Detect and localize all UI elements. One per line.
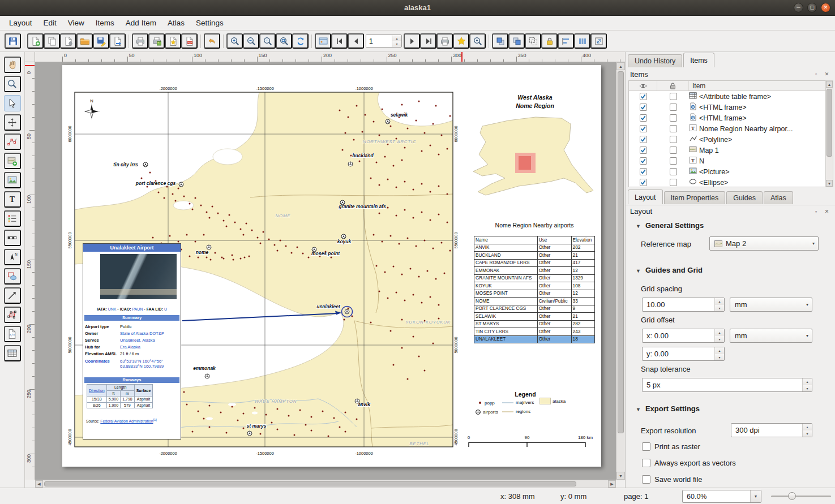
tab-items[interactable]: Items <box>683 53 714 67</box>
add-scalebar-tool[interactable] <box>4 230 21 246</box>
pan-layout-tool[interactable] <box>4 57 21 73</box>
layout-panel-close-icon[interactable]: ✕ <box>823 208 830 215</box>
edit-nodes-item-tool[interactable] <box>4 133 21 150</box>
lock-checkbox[interactable] <box>670 114 677 122</box>
open-layout-button[interactable] <box>76 33 93 49</box>
visibility-checkbox[interactable] <box>640 93 647 100</box>
zoom-slider-handle[interactable] <box>788 492 796 500</box>
hscroll-thumb[interactable] <box>44 481 576 486</box>
visibility-checkbox[interactable] <box>640 168 647 175</box>
undo-button[interactable] <box>204 33 220 49</box>
zoom-in-button[interactable] <box>226 33 243 49</box>
minimize-button[interactable]: ─ <box>794 3 803 12</box>
spin-down[interactable]: ▾ <box>715 336 724 343</box>
items-panel-close-icon[interactable]: ✕ <box>823 71 830 78</box>
zoom-full-button[interactable] <box>276 33 292 49</box>
canvas-vertical-scrollbar[interactable]: ▲ ▼ <box>616 62 625 480</box>
reference-map-combo[interactable]: Map 2 ▾ <box>709 236 819 251</box>
preview-atlas-button[interactable] <box>315 33 331 49</box>
visibility-checkbox[interactable] <box>640 147 647 154</box>
snap-tolerance-spinbox[interactable]: 5 px ▴▾ <box>642 378 812 392</box>
group-items-button[interactable] <box>525 33 541 49</box>
first-feature-button[interactable] <box>331 33 348 49</box>
print-atlas-button[interactable] <box>436 33 453 49</box>
refresh-view-button[interactable] <box>292 33 309 49</box>
lock-checkbox[interactable] <box>670 125 677 132</box>
grid-spacing-unit-combo[interactable]: mm▾ <box>730 298 812 312</box>
lock-checkbox[interactable] <box>670 136 677 143</box>
atlas-page-input[interactable] <box>366 35 391 47</box>
layout-panel-float-icon[interactable]: ▫ <box>812 208 820 215</box>
export-as-svg-button[interactable] <box>165 33 181 49</box>
items-list-row[interactable]: TN <box>629 156 832 166</box>
spin-down[interactable]: ▾ <box>715 305 724 312</box>
export-resolution-spinbox[interactable]: 300 dpi ▴▾ <box>731 423 812 437</box>
items-list-row[interactable]: Map 1 <box>629 145 832 156</box>
load-from-template-button[interactable] <box>109 33 126 49</box>
menu-edit[interactable]: Edit <box>38 16 62 29</box>
visibility-checkbox[interactable] <box>640 157 647 165</box>
visibility-checkbox[interactable] <box>640 136 647 143</box>
lock-checkbox[interactable] <box>670 104 677 111</box>
lock-checkbox[interactable] <box>670 157 677 165</box>
grid-offset-y-spinbox[interactable]: y: 0.00 ▴▾ <box>642 347 725 361</box>
atlas-settings-button[interactable] <box>469 33 486 49</box>
items-list-row[interactable]: <Polyline> <box>629 134 832 145</box>
checkbox-box[interactable] <box>642 475 650 484</box>
print-button[interactable] <box>132 33 148 49</box>
move-item-content-tool[interactable] <box>4 114 21 131</box>
duplicate-layout-button[interactable] <box>44 33 60 49</box>
zoom-slider[interactable] <box>771 492 831 501</box>
select-move-item-tool[interactable] <box>4 95 21 111</box>
visibility-checkbox[interactable] <box>640 125 647 132</box>
resize-items-button[interactable] <box>590 33 607 49</box>
raise-selected-items-button[interactable] <box>492 33 508 49</box>
visibility-checkbox[interactable] <box>640 104 647 111</box>
close-button[interactable]: ✕ <box>821 3 830 12</box>
layout-manager-button[interactable] <box>60 33 76 49</box>
align-selected-items-button[interactable] <box>558 33 574 49</box>
lock-checkbox[interactable] <box>670 168 677 175</box>
items-list-row[interactable]: <Attribute table frame> <box>629 91 832 102</box>
lock-checkbox[interactable] <box>670 179 677 186</box>
zoom-level-combo[interactable]: 60.0% ▾ <box>682 490 761 503</box>
items-list-row[interactable]: <Picture> <box>629 166 832 177</box>
add-map-tool[interactable] <box>4 153 21 169</box>
checkbox-save-world-file[interactable]: Save world file <box>642 475 703 484</box>
distribute-items-button[interactable] <box>574 33 590 49</box>
items-list-row[interactable]: <HTML frame> <box>629 113 832 123</box>
save-as-template-button[interactable] <box>93 33 109 49</box>
add-north-arrow-tool[interactable]: N <box>4 249 21 265</box>
grid-spacing-spinbox[interactable]: 10.00 ▴▾ <box>642 298 725 312</box>
add-legend-tool[interactable] <box>4 210 21 227</box>
items-list-row[interactable]: <HTML frame> <box>629 102 832 113</box>
items-scrollbar[interactable]: ▲ ▼ <box>825 80 833 187</box>
spin-down[interactable]: ▾ <box>803 385 812 392</box>
zoom-actual-button[interactable]: 1:1 <box>259 33 276 49</box>
layout-page[interactable]: NORTHWEST ARCTICNOMEYUKON-KOYUKUKWADE HA… <box>62 65 601 467</box>
spin-up[interactable]: ▴ <box>715 329 724 336</box>
vscroll-thumb[interactable] <box>618 71 624 433</box>
grid-offset-unit-combo[interactable]: mm▾ <box>730 329 812 343</box>
tab-atlas[interactable]: Atlas <box>764 191 793 204</box>
spin-up[interactable]: ▴ <box>803 378 812 385</box>
items-list-row[interactable]: TNome Region Nearby airpor... <box>629 123 832 134</box>
menu-layout[interactable]: Layout <box>3 16 38 29</box>
add-attribute-table-tool[interactable] <box>4 345 21 361</box>
items-list-row[interactable]: <Ellipse> <box>629 177 832 187</box>
add-picture-tool[interactable] <box>4 172 21 188</box>
layout-canvas[interactable]: NORTHWEST ARCTICNOMEYUKON-KOYUKUKWADE HA… <box>35 62 616 480</box>
menu-items[interactable]: Items <box>90 16 120 29</box>
export-as-image-button[interactable] <box>148 33 165 49</box>
spin-up[interactable]: ▴ <box>715 347 724 354</box>
checkbox-box[interactable] <box>642 459 650 467</box>
maximize-button[interactable]: ▢ <box>807 3 817 12</box>
checkbox-print-as-raster[interactable]: Print as raster <box>642 442 700 451</box>
canvas-horizontal-scrollbar[interactable]: ◀ ▶ <box>35 480 616 488</box>
tab-item-properties[interactable]: Item Properties <box>664 191 726 204</box>
add-node-item-tool[interactable] <box>4 307 21 323</box>
lock-checkbox[interactable] <box>670 147 677 154</box>
new-layout-button[interactable] <box>27 33 44 49</box>
lock-selected-items-button[interactable] <box>541 33 558 49</box>
zoom-out-button[interactable] <box>243 33 259 49</box>
